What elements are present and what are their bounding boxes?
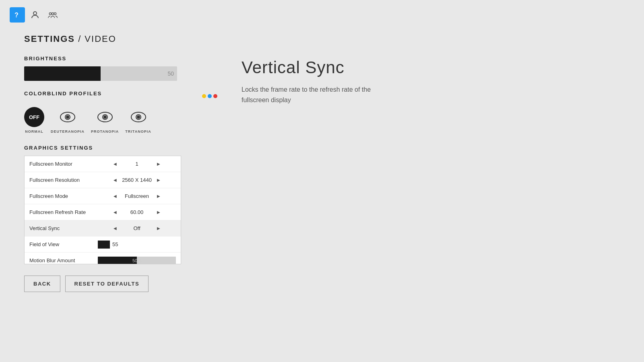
profile-normal[interactable]: OFF NORMAL xyxy=(24,107,44,134)
colorblind-profiles: OFF NORMAL DEUTERANOPIA xyxy=(24,107,217,134)
svg-point-3 xyxy=(52,12,54,14)
dot-yellow xyxy=(202,94,206,98)
settings-list[interactable]: Fullscreen Monitor ◀ 1 ▶ Fullscreen Reso… xyxy=(24,156,181,264)
control-fullscreen-monitor: ◀ 1 ▶ xyxy=(98,161,176,167)
motion-blur-fill xyxy=(98,257,137,265)
detail-description: Locks the frame rate to the refresh rate… xyxy=(242,84,394,105)
dot-red xyxy=(213,94,217,98)
main-content: SETTINGS / VIDEO BRIGHTNESS 50 COLORBLIN… xyxy=(0,30,644,296)
profile-protanopia-label: PROTANOPIA xyxy=(91,130,119,134)
row-fullscreen-resolution[interactable]: Fullscreen Resolution ◀ 2560 X 1440 ▶ xyxy=(25,172,181,188)
control-fullscreen-mode: ◀ Fullscreen ▶ xyxy=(98,193,176,199)
left-panel: SETTINGS / VIDEO BRIGHTNESS 50 COLORBLIN… xyxy=(24,34,217,292)
profile-deuteranopia-label: DEUTERANOPIA xyxy=(51,130,85,134)
deuteranopia-icon xyxy=(58,107,78,127)
arrow-right-mode[interactable]: ▶ xyxy=(155,193,162,199)
detail-title: Vertical Sync xyxy=(242,58,620,77)
brightness-label: BRIGHTNESS xyxy=(24,56,217,62)
brightness-section: BRIGHTNESS 50 xyxy=(24,56,217,81)
bottom-buttons: BACK RESET TO DEFAULTS xyxy=(24,276,217,292)
profile-tritanopia[interactable]: TRITANOPIA xyxy=(125,107,151,134)
graphics-label: GRAPHICS SETTINGS xyxy=(24,145,217,151)
profile-tritanopia-label: TRITANOPIA xyxy=(125,130,151,134)
svg-point-7 xyxy=(66,116,69,118)
brightness-slider[interactable]: 50 xyxy=(24,66,177,81)
back-button[interactable]: BACK xyxy=(24,276,60,292)
tritanopia-icon xyxy=(128,107,149,127)
row-vertical-sync[interactable]: Vertical Sync ◀ Off ▶ xyxy=(25,220,181,237)
row-fullscreen-monitor[interactable]: Fullscreen Monitor ◀ 1 ▶ xyxy=(25,156,181,172)
profile-protanopia[interactable]: PROTANOPIA xyxy=(91,107,119,134)
row-motion-blur[interactable]: Motion Blur Amount 50% xyxy=(25,253,181,264)
arrow-left-vsync[interactable]: ◀ xyxy=(112,225,118,231)
arrow-right-monitor[interactable]: ▶ xyxy=(155,161,162,167)
arrow-right-refresh[interactable]: ▶ xyxy=(155,209,162,215)
colorblind-header: COLORBLIND PROFILES xyxy=(24,90,217,101)
off-box: OFF xyxy=(24,107,44,127)
colorblind-label: COLORBLIND PROFILES xyxy=(24,90,102,97)
brightness-value: 50 xyxy=(167,70,174,77)
reset-button[interactable]: RESET TO DEFAULTS xyxy=(65,276,149,292)
right-panel: Vertical Sync Locks the frame rate to th… xyxy=(242,34,620,292)
colorblind-section: COLORBLIND PROFILES OFF NORMAL xyxy=(24,90,217,134)
control-fullscreen-resolution: ◀ 2560 X 1440 ▶ xyxy=(98,177,176,183)
arrow-right-vsync[interactable]: ▶ xyxy=(155,225,162,231)
help-icon-btn[interactable]: ? xyxy=(10,7,25,23)
page-title: SETTINGS / VIDEO xyxy=(24,34,217,44)
profile-deuteranopia[interactable]: DEUTERANOPIA xyxy=(51,107,85,134)
control-motion-blur: 50% xyxy=(98,257,176,265)
row-refresh-rate[interactable]: Fullscreen Refresh Rate ◀ 60.00 ▶ xyxy=(25,204,181,220)
arrow-left-mode[interactable]: ◀ xyxy=(112,193,118,199)
dot-blue xyxy=(208,94,212,98)
arrow-left-refresh[interactable]: ◀ xyxy=(112,209,118,215)
control-fov: 55 xyxy=(98,241,176,249)
top-bar: ? xyxy=(0,0,644,30)
user-icon-btn[interactable] xyxy=(27,7,43,23)
svg-point-13 xyxy=(137,116,140,118)
control-vertical-sync: ◀ Off ▶ xyxy=(98,225,176,231)
row-fov[interactable]: Field of View 55 xyxy=(25,237,181,253)
fov-fill xyxy=(98,241,110,249)
svg-point-10 xyxy=(104,116,106,118)
colorblind-dots xyxy=(202,94,217,98)
arrow-left-resolution[interactable]: ◀ xyxy=(112,177,118,183)
svg-point-4 xyxy=(54,12,56,14)
graphics-section: GRAPHICS SETTINGS Fullscreen Monitor ◀ 1… xyxy=(24,145,217,264)
svg-text:?: ? xyxy=(14,12,19,19)
profile-normal-label: NORMAL xyxy=(25,130,43,134)
brightness-fill xyxy=(24,66,101,81)
protanopia-icon xyxy=(95,107,115,127)
svg-point-2 xyxy=(49,12,51,14)
svg-point-1 xyxy=(33,12,37,15)
arrow-right-resolution[interactable]: ▶ xyxy=(155,177,162,183)
group-icon-btn[interactable] xyxy=(45,7,60,23)
row-fullscreen-mode[interactable]: Fullscreen Mode ◀ Fullscreen ▶ xyxy=(25,188,181,204)
control-refresh-rate: ◀ 60.00 ▶ xyxy=(98,209,176,215)
arrow-left-monitor[interactable]: ◀ xyxy=(112,161,118,167)
